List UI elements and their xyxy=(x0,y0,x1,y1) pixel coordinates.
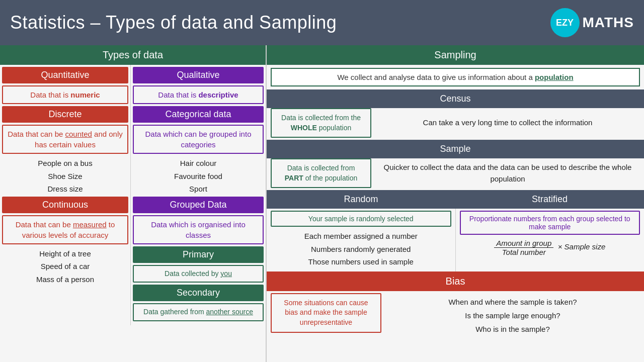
example-item: Hair colour xyxy=(133,157,264,170)
example-item: Speed of a car xyxy=(2,260,128,273)
logo-ezy: EZY xyxy=(556,18,574,28)
continuous-description: Data that can be measured to various lev… xyxy=(2,215,128,244)
sampling-intro-text: We collect and analyse data to give us i… xyxy=(337,73,534,81)
types-grid: Quantitative Data that is numeric Discre… xyxy=(0,65,266,325)
stratified-column: Proportionate numbers from each group se… xyxy=(456,209,645,272)
continuous-header: Continuous xyxy=(2,197,128,213)
random-examples: Each member assigned a number Numbers ra… xyxy=(271,229,451,269)
sampling-intro-keyword: population xyxy=(535,73,574,81)
random-stratified-content: Your sample is randomly selected Each me… xyxy=(267,209,644,272)
secondary-header: Secondary xyxy=(133,285,264,301)
census-header: Census xyxy=(267,89,644,108)
bias-q2: Is the sample large enough? xyxy=(387,309,638,322)
random-column: Your sample is randomly selected Each me… xyxy=(267,209,456,272)
random-box: Your sample is randomly selected xyxy=(271,211,451,227)
sample-description: Quicker to collect the data and the data… xyxy=(375,158,640,188)
quantitative-column: Quantitative Data that is numeric Discre… xyxy=(0,65,131,325)
random-header: Random xyxy=(267,190,455,209)
census-box: Data is collected from the WHOLE populat… xyxy=(271,108,371,138)
logo: EZY MATHS xyxy=(550,8,634,37)
example-item: Mass of a person xyxy=(2,273,128,286)
formula-fraction: Amount in group Total number xyxy=(494,239,553,256)
bias-section: Some situations can cause bias and make … xyxy=(267,291,644,340)
sample-row: Data is collected from PART of the popul… xyxy=(271,158,640,188)
formula-denominator: Total number xyxy=(500,248,548,256)
right-inner: Sampling We collect and analyse data to … xyxy=(267,45,644,362)
sample-header: Sample xyxy=(267,140,644,158)
sampling-intro: We collect and analyse data to give us i… xyxy=(271,68,640,86)
example-item: Shoe Size xyxy=(2,170,128,183)
main-content: Types of data Quantitative Data that is … xyxy=(0,45,644,362)
logo-maths: MATHS xyxy=(583,15,634,31)
categorical-header: Categorical data xyxy=(133,106,264,123)
qualitative-header: Qualitative xyxy=(133,67,264,83)
example-item: Sport xyxy=(133,183,264,196)
discrete-header: Discrete xyxy=(2,106,128,123)
quantitative-description: Data that is numeric xyxy=(2,85,128,104)
categorical-examples: Hair colour Favourite food Sport xyxy=(133,156,264,197)
grouped-header: Grouped Data xyxy=(133,197,264,213)
logo-circle: EZY xyxy=(550,8,580,37)
bias-q1: When and where the sample is taken? xyxy=(387,295,638,309)
random-bullet2: Numbers randomly generated xyxy=(271,243,451,256)
example-item: Dress size xyxy=(2,183,128,196)
example-item: Height of a tree xyxy=(2,247,128,260)
page-title: Statistics – Types of data and Sampling xyxy=(10,12,337,33)
census-description: Can take a very long time to collect the… xyxy=(375,108,640,138)
stratified-header: Stratified xyxy=(455,190,644,209)
formula-suffix: × Sample size xyxy=(558,243,606,251)
qualitative-description: Data that is descriptive xyxy=(133,85,264,104)
bias-questions: When and where the sample is taken? Is t… xyxy=(385,293,640,338)
bias-description: Some situations can cause bias and make … xyxy=(271,293,381,333)
right-column: Sampling We collect and analyse data to … xyxy=(267,45,644,362)
left-column: Types of data Quantitative Data that is … xyxy=(0,45,267,362)
example-item: Favourite food xyxy=(133,170,264,183)
categorical-description: Data which can be grouped into categorie… xyxy=(133,125,264,154)
discrete-examples: People on a bus Shoe Size Dress size xyxy=(2,156,128,197)
quantitative-header: Quantitative xyxy=(2,67,128,83)
primary-description: Data collected by you xyxy=(133,265,264,283)
sample-box: Data is collected from PART of the popul… xyxy=(271,158,371,188)
example-item: People on a bus xyxy=(2,157,128,170)
formula-numerator: Amount in group xyxy=(494,239,553,248)
grouped-description: Data which is organised into classes xyxy=(133,215,264,244)
sampling-header: Sampling xyxy=(267,45,644,65)
random-bullet3: Those numbers used in sample xyxy=(271,255,451,268)
types-header: Types of data xyxy=(0,45,266,65)
secondary-description: Data gathered from another source xyxy=(133,303,264,321)
discrete-description: Data that can be counted and only has ce… xyxy=(2,125,128,154)
qualitative-column: Qualitative Data that is descriptive Cat… xyxy=(131,65,266,325)
stratified-box: Proportionate numbers from each group se… xyxy=(460,211,640,235)
continuous-examples: Height of a tree Speed of a car Mass of … xyxy=(2,246,128,287)
primary-header: Primary xyxy=(133,246,264,263)
stratified-formula: Amount in group Total number × Sample si… xyxy=(460,237,640,258)
random-stratified-headers: Random Stratified xyxy=(267,190,644,209)
bias-header: Bias xyxy=(267,272,644,291)
random-bullet1: Each member assigned a number xyxy=(271,230,451,243)
bias-q3: Who is in the sample? xyxy=(387,322,638,336)
page-header: Statistics – Types of data and Sampling … xyxy=(0,0,644,45)
census-row: Data is collected from the WHOLE populat… xyxy=(271,108,640,138)
